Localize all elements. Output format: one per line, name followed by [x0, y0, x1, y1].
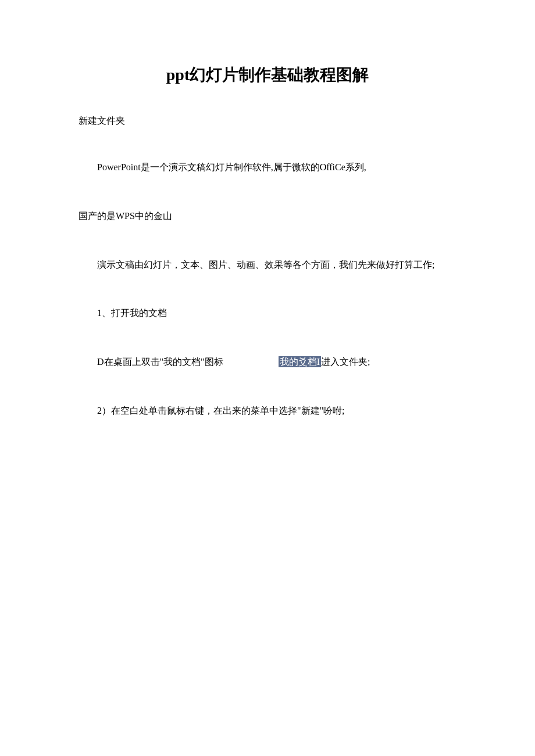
paragraph-1-line-2: 国产的是WPS中的金山: [79, 208, 456, 225]
highlighted-text: 我的爻档I: [279, 356, 321, 367]
section-heading: 新建文件夹: [79, 115, 456, 127]
step-1-sub-1-before: D在桌面上双击"我的文档"图标: [97, 357, 223, 367]
paragraph-1-line-1: PowerPoint是一个演示文稿幻灯片制作软件,属于微软的OffiCe系列,: [79, 159, 456, 176]
document-title: ppt幻灯片制作基础教程图解: [79, 64, 456, 86]
step-1-sub-1: D在桌面上双击"我的文档"图标我的爻档I进入文件夹;: [79, 354, 456, 371]
step-1-sub-2: 2）在空白处单击鼠标右键，在出来的菜单中选择"新建"吩咐;: [79, 403, 456, 420]
paragraph-2: 演示文稿由幻灯片，文本、图片、动画、效果等各个方面，我们先来做好打算工作;: [79, 257, 456, 274]
title-prefix: ppt: [166, 66, 190, 84]
title-rest: 幻灯片制作基础教程图解: [190, 66, 369, 84]
step-1-heading: 1、打开我的文档: [79, 305, 456, 322]
step-1-sub-1-after: 进入文件夹;: [321, 357, 370, 367]
